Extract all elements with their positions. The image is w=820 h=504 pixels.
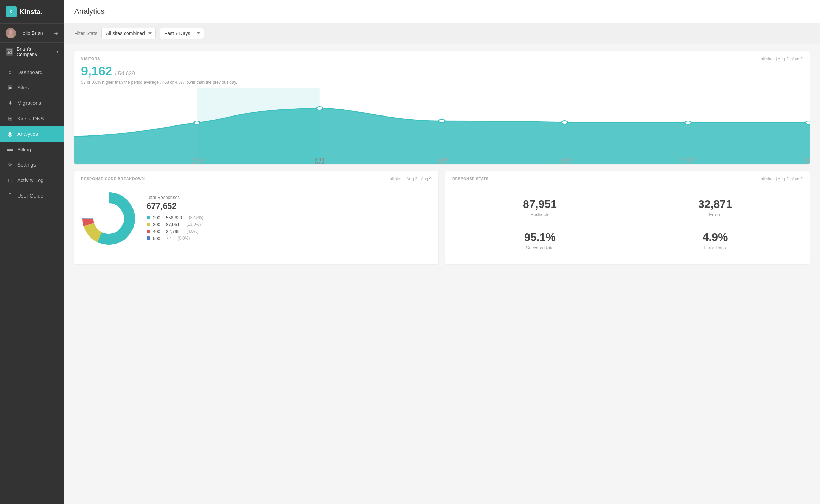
svg-point-1: [9, 30, 13, 34]
stat-cell-redirects: 87,951Redirects: [452, 191, 628, 224]
legend-item-500: 50072 (0.0%): [147, 236, 432, 241]
stats-inner: 87,951Redirects32,871Errors95.1%Success …: [445, 184, 810, 264]
bottom-cards: RESPONSE CODE BREAKDOWN all sites | Aug …: [74, 171, 810, 271]
breakdown-legend: Total Responses 677,652 200556,830 (82.2…: [147, 195, 432, 243]
svg-point-8: [194, 121, 200, 124]
svg-point-11: [562, 121, 568, 124]
stat-value-errors: 32,871: [638, 198, 792, 211]
svg-rect-6: [8, 52, 10, 54]
legend-dot-200: [147, 216, 150, 219]
sidebar-item-analytics[interactable]: ◉Analytics: [0, 126, 64, 142]
sidebar-item-label: Kinsta DNS: [17, 115, 44, 121]
visitors-big-number: 9,162: [81, 64, 112, 79]
sidebar-item-dashboard[interactable]: ⌂Dashboard: [0, 64, 64, 80]
sidebar-item-user-guide[interactable]: ?User Guide: [0, 188, 64, 203]
kinsta-dns-icon: ⊞: [7, 115, 13, 122]
page-header: Analytics: [64, 0, 820, 23]
response-stats-card: RESPONSE STATS all sites | Aug 2 - Aug 9…: [445, 171, 810, 264]
sidebar-item-sites[interactable]: ▣Sites: [0, 80, 64, 95]
sidebar-item-label: Migrations: [17, 100, 41, 106]
stats-label: RESPONSE STATS: [452, 177, 489, 181]
company-icon: [6, 48, 13, 56]
stat-cell-success-rate: 95.1%Success Rate: [452, 224, 628, 257]
stat-label-errors: Errors: [638, 212, 792, 217]
legend-item-200: 200556,830 (82.2%): [147, 215, 432, 220]
content-area: VISITORS all sites | Aug 2 - Aug 9 9,162…: [64, 44, 820, 278]
visitors-number-row: 9,162 / 54,629: [74, 64, 810, 80]
svg-text:Sun: Sun: [558, 157, 572, 162]
user-name: Hello Brian: [19, 30, 50, 36]
visitors-total: / 54,629: [115, 71, 135, 77]
svg-text:Thu: Thu: [190, 157, 203, 162]
company-selector[interactable]: Brian's Company ▾: [0, 43, 64, 61]
sidebar-item-migrations[interactable]: ⬇Migrations: [0, 95, 64, 111]
sidebar-item-label: Analytics: [17, 131, 38, 137]
svg-point-30: [93, 203, 124, 234]
period-filter-select[interactable]: Past 7 DaysPast 30 DaysPast 90 Days: [160, 28, 204, 39]
svg-rect-4: [8, 51, 9, 52]
stat-value-error-ratio: 4.9%: [638, 231, 792, 244]
svg-text:8/3: 8/3: [192, 161, 202, 164]
activity-log-icon: ◻: [7, 177, 13, 183]
logo-text: Kinsta.: [19, 8, 42, 16]
total-responses-label: Total Responses: [147, 195, 432, 200]
svg-text:8/7: 8/7: [683, 161, 693, 164]
svg-text:Sat: Sat: [436, 157, 448, 162]
sidebar-item-label: Activity Log: [17, 177, 44, 183]
analytics-icon: ◉: [7, 131, 13, 137]
sidebar-item-kinsta-dns[interactable]: ⊞Kinsta DNS: [0, 111, 64, 126]
svg-text:8/5: 8/5: [437, 161, 447, 164]
stat-value-success-rate: 95.1%: [463, 231, 617, 244]
legend-item-400: 40032,799 (4.8%): [147, 229, 432, 234]
stats-card-header: RESPONSE STATS all sites | Aug 2 - Aug 9: [445, 171, 810, 184]
legend-dot-500: [147, 236, 150, 240]
breakdown-card-header: RESPONSE CODE BREAKDOWN all sites | Aug …: [74, 171, 438, 184]
main-content: Analytics Filter Stats All sites combine…: [64, 0, 820, 504]
donut-chart: [81, 191, 136, 246]
svg-text:8/4: 8/4: [315, 161, 325, 164]
svg-text:8/8: 8/8: [804, 161, 810, 164]
dashboard-icon: ⌂: [7, 69, 13, 75]
visitors-card: VISITORS all sites | Aug 2 - Aug 9 9,162…: [74, 51, 810, 164]
svg-rect-5: [10, 51, 11, 52]
svg-point-9: [317, 107, 323, 110]
legend-item-300: 30087,951 (13.0%): [147, 222, 432, 227]
page-title: Analytics: [74, 7, 810, 16]
svg-text:Mon: Mon: [681, 157, 695, 162]
user-area[interactable]: Hello Brian ➔: [0, 24, 64, 43]
stat-cell-error-ratio: 4.9%Error Ratio: [628, 224, 803, 257]
sidebar-item-label: Sites: [17, 84, 29, 90]
breakdown-label: RESPONSE CODE BREAKDOWN: [81, 177, 145, 181]
sidebar-item-label: Billing: [17, 147, 31, 152]
chevron-down-icon: ▾: [56, 49, 58, 54]
svg-point-13: [805, 121, 810, 124]
sidebar: K Kinsta. Hello Brian ➔ Brian's Company …: [0, 0, 64, 504]
sidebar-item-activity-log[interactable]: ◻Activity Log: [0, 172, 64, 188]
settings-icon: ⚙: [7, 161, 13, 168]
sidebar-item-billing[interactable]: ▬Billing: [0, 142, 64, 157]
filter-bar: Filter Stats All sites combinedSite 1Sit…: [64, 23, 820, 44]
svg-text:Fri: Fri: [315, 157, 325, 162]
stats-meta: all sites | Aug 2 - Aug 9: [761, 177, 803, 181]
sidebar-item-settings[interactable]: ⚙Settings: [0, 157, 64, 172]
legend-dot-400: [147, 230, 150, 233]
sidebar-item-label: Dashboard: [17, 69, 42, 75]
sidebar-item-label: User Guide: [17, 193, 43, 199]
stat-cell-errors: 32,871Errors: [628, 191, 803, 224]
visitors-meta: all sites | Aug 2 - Aug 9: [761, 57, 803, 61]
svg-text:Tue: Tue: [802, 157, 810, 162]
billing-icon: ▬: [7, 146, 13, 152]
response-breakdown-card: RESPONSE CODE BREAKDOWN all sites | Aug …: [74, 171, 438, 264]
site-filter-select[interactable]: All sites combinedSite 1Site 2: [101, 28, 156, 39]
stat-label-redirects: Redirects: [463, 212, 617, 217]
user-guide-icon: ?: [7, 192, 13, 199]
legend-dot-300: [147, 223, 150, 226]
stat-label-success-rate: Success Rate: [463, 245, 617, 250]
stat-value-redirects: 87,951: [463, 198, 617, 211]
visitors-note: 57 or 0.6% higher than the period averag…: [74, 80, 810, 88]
logout-icon[interactable]: ➔: [54, 30, 58, 37]
svg-point-10: [439, 119, 445, 123]
avatar: [6, 28, 16, 38]
visitors-card-header: VISITORS all sites | Aug 2 - Aug 9: [74, 51, 810, 64]
logo-area: K Kinsta.: [0, 0, 64, 24]
